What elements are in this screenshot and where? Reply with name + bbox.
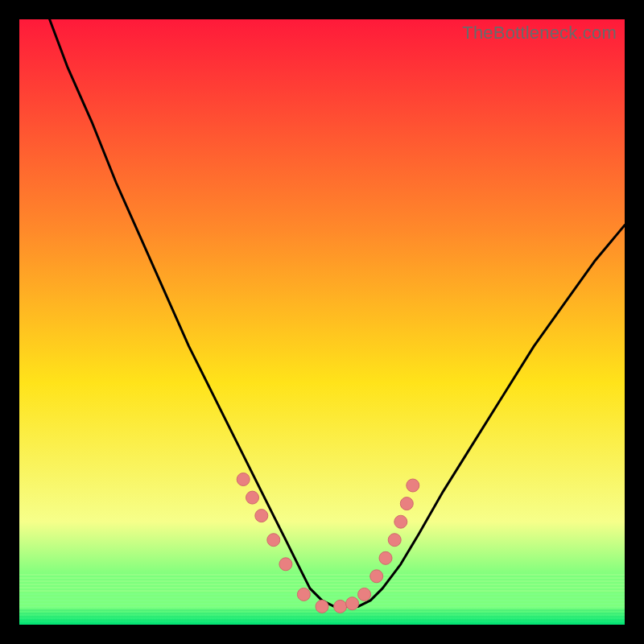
heat-gradient-bg	[19, 19, 625, 625]
highlight-dot	[279, 558, 292, 571]
highlight-dot	[407, 479, 419, 492]
highlight-dot	[370, 570, 383, 583]
highlight-dot	[267, 534, 280, 547]
chart-frame: TheBottleneck.com	[19, 19, 625, 625]
watermark-text: TheBottleneck.com	[462, 23, 617, 43]
highlight-dot	[246, 491, 259, 504]
highlight-dot	[297, 588, 310, 601]
bottleneck-chart	[19, 19, 625, 625]
highlight-dot	[358, 588, 371, 601]
highlight-dot	[346, 597, 359, 610]
highlight-dot	[316, 600, 328, 613]
highlight-dot	[334, 600, 347, 613]
highlight-dot	[237, 473, 250, 486]
highlight-dot	[388, 534, 401, 547]
highlight-dot	[255, 510, 268, 522]
highlight-dot	[394, 515, 407, 528]
highlight-dot	[400, 497, 413, 510]
highlight-dot	[379, 551, 392, 564]
